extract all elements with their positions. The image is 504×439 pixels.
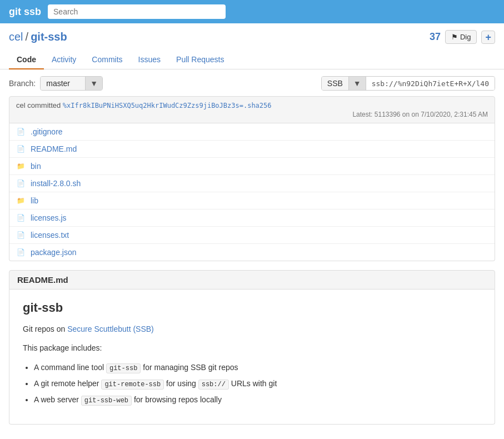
tab-activity[interactable]: Activity [44,51,84,69]
file-name-link[interactable]: package.json [31,248,77,257]
search-input[interactable] [48,4,226,19]
readme-paragraph1: This package includes: [23,342,481,354]
table-row[interactable]: package.json [9,244,495,261]
ssb-bar: SSB ▼ ssb://%n92DiQh7ietE+R+X/l40 [321,76,495,91]
commit-action: committed [27,101,63,109]
file-icon [16,248,25,257]
repo-owner-link[interactable]: cel [9,31,23,43]
file-name-link[interactable]: README.md [31,144,77,153]
latest-date-value: on 7/10/2020, 2:31:45 AM [412,111,488,118]
dig-icon: ⚑ [451,33,458,41]
inline-code: git-remote-ssb [101,380,164,390]
nav-tabs: Code Activity Commits Issues Pull Reques… [0,46,504,69]
header: git ssb [0,0,504,23]
readme-title: git-ssb [23,301,481,315]
repo-header: cel / git-ssb 37 ⚑ Dig + [0,23,504,44]
breadcrumb: cel / git-ssb [9,31,67,43]
inline-code: ssb:// [198,380,229,390]
branch-arrow[interactable]: ▼ [85,77,102,90]
ssb-label: SSB [322,77,349,90]
tab-commits[interactable]: Commits [84,51,130,69]
table-row[interactable]: licenses.js [9,209,495,227]
commit-latest: Latest: 5113396 on on 7/10/2020, 2:31:45… [16,111,488,118]
breadcrumb-separator: / [26,31,29,43]
ssb-url: ssb://%n92DiQh7ietE+R+X/l40 [366,77,495,90]
branch-left: Branch: master ▼ [9,76,103,91]
file-icon [16,144,25,153]
file-icon [16,231,25,240]
dig-button[interactable]: ⚑ Dig [445,30,477,44]
list-item: A command line tool git-ssb for managing… [34,361,481,374]
file-name-link[interactable]: install-2.8.0.sh [31,179,81,188]
tab-issues[interactable]: Issues [131,51,168,69]
file-icon [16,213,25,222]
dig-label: Dig [460,33,471,41]
branch-label: Branch: [9,79,36,88]
file-name-link[interactable]: licenses.js [31,213,67,222]
list-item: A git remote helper git-remote-ssb for u… [34,377,481,390]
branch-current: master [41,77,85,90]
branch-bar: Branch: master ▼ SSB ▼ ssb://%n92DiQh7ie… [9,76,495,91]
tab-pull-requests[interactable]: Pull Requests [168,51,232,69]
ssb-link[interactable]: Secure Scuttlebutt (SSB) [67,325,154,333]
folder-icon [16,196,25,205]
file-table: .gitignoreREADME.mdbininstall-2.8.0.shli… [9,123,495,261]
inline-code: git-ssb-web [81,396,132,406]
latest-id-value: 5113396 [375,111,401,118]
readme-body: git-ssb Git repos on Secure Scuttlebutt … [9,290,495,425]
ssb-arrow[interactable]: ▼ [349,77,366,90]
folder-icon [16,162,25,171]
commit-author: cel [16,101,26,109]
file-name-link[interactable]: .gitignore [31,127,63,136]
readme-header: README.md [9,270,495,290]
repo-meta: 37 ⚑ Dig + [430,30,495,44]
file-name-link[interactable]: bin [31,162,41,171]
branch-select[interactable]: master ▼ [40,76,103,91]
star-count: 37 [430,31,441,43]
inline-code: git-ssb [106,363,141,373]
table-row[interactable]: README.md [9,141,495,158]
table-row[interactable]: licenses.txt [9,227,495,244]
readme-list: A command line tool git-ssb for managing… [34,361,481,407]
plus-button[interactable]: + [481,31,495,44]
tab-code[interactable]: Code [9,51,44,69]
commit-hash-link[interactable]: %xIfr8kIBuPNiHSXQ5uq2HkrIWudCz9Zzs9jiBoJ… [63,102,272,109]
latest-label: Latest: [352,111,372,118]
readme-intro: Git repos on Secure Scuttlebutt (SSB) [23,323,481,335]
table-row[interactable]: bin [9,158,495,175]
list-item: A web server git-ssb-web for browsing re… [34,393,481,406]
file-icon [16,127,25,136]
main-content: Branch: master ▼ SSB ▼ ssb://%n92DiQh7ie… [0,69,504,431]
file-icon [16,179,25,188]
latest-date: on [402,111,412,118]
table-row[interactable]: .gitignore [9,123,495,141]
header-logo[interactable]: git ssb [9,6,41,18]
commit-bar: cel committed %xIfr8kIBuPNiHSXQ5uq2HkrIW… [9,96,495,123]
file-name-link[interactable]: licenses.txt [31,231,69,240]
table-row[interactable]: lib [9,192,495,209]
repo-name: git-ssb [31,31,67,43]
table-row[interactable]: install-2.8.0.sh [9,175,495,192]
file-name-link[interactable]: lib [31,196,38,205]
